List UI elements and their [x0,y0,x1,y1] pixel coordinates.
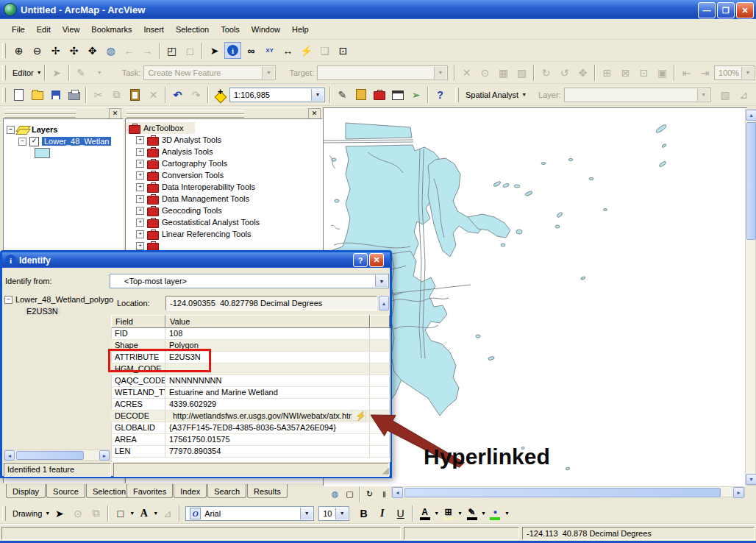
toolbox-item-cartography[interactable]: + Cartography Tools [126,157,322,169]
rotate-element-icon[interactable]: ⊙ [69,505,86,522]
hillshade-icon[interactable]: ⊿ [735,86,752,103]
toolbar-grip[interactable] [2,43,6,58]
menu-insert[interactable]: Insert [138,23,170,36]
toolbox-item-3d-analyst[interactable]: + 3D Analyst Tools [126,134,322,146]
select-elements-icon[interactable]: ➤ [206,42,223,59]
close-button[interactable]: ✕ [736,2,754,18]
toolbox-item-conversion[interactable]: + Conversion Tools [126,169,322,181]
location-units-button[interactable]: ▴ [379,296,389,310]
arccatalog-icon[interactable] [352,86,369,103]
hyperlink-url[interactable]: http://wetlandsfws.er.usgs.gov/NWI/webat… [169,411,352,421]
table-row-len[interactable]: LEN77970.890354 [111,446,390,458]
table-row-globalid[interactable]: GLOBALID{A37FF145-7ED8-4385-8036-5A357A2… [111,422,390,434]
histogram-icon[interactable]: ▧ [717,86,734,103]
toc-layer-symbol[interactable] [4,147,123,159]
zoom-in-icon[interactable]: ⊕ [10,42,27,59]
editor-menu-button[interactable]: Editor [10,68,37,77]
scroll-right-icon[interactable]: ▸ [733,487,744,498]
toolbox-item-linear-referencing[interactable]: + Linear Referencing Tools [126,228,322,240]
toolbar-grip[interactable] [2,506,6,521]
menu-help[interactable]: Help [286,23,315,36]
zoom-extent-icon[interactable]: ⊠ [617,64,634,81]
command-window-icon[interactable] [389,86,406,103]
expand-icon[interactable]: + [136,219,144,227]
chevron-down-icon[interactable]: ▼ [521,92,527,97]
identify-tree-root[interactable]: − Lower_48_Wetland_polygo [4,294,113,305]
attributes-icon[interactable]: ▦ [495,64,512,81]
font-color-button[interactable]: A [416,505,433,522]
zoom-selected-icon[interactable]: ⊡ [635,64,652,81]
chevron-down-icon[interactable]: ▼ [311,89,324,101]
expand-icon[interactable]: + [136,160,144,168]
chevron-down-icon[interactable]: ▼ [335,508,348,519]
expand-icon[interactable]: + [136,171,144,180]
zoom-out-icon[interactable]: ⊖ [29,42,46,59]
map-horizontal-scrollbar[interactable]: ◂ ▸ [391,486,745,497]
column-header-extra[interactable] [370,315,390,328]
layer-combo[interactable]: ▼ [564,88,711,102]
menu-bookmarks[interactable]: Bookmarks [85,23,138,36]
chevron-down-icon[interactable]: ▼ [434,511,439,516]
chevron-down-icon[interactable]: ▼ [504,511,510,516]
new-map-icon[interactable] [10,86,27,103]
chevron-down-icon[interactable]: ▼ [129,511,135,516]
table-row-acres[interactable]: ACRES4339.602929 [111,399,390,411]
zoom-percent-combo[interactable]: 100% ▼ [714,65,755,80]
redo-icon[interactable]: ↷ [188,86,204,103]
chevron-down-icon[interactable]: ▼ [697,89,710,101]
expand-icon[interactable]: + [136,148,144,156]
tab-display[interactable]: Display [6,484,46,498]
collapse-icon[interactable]: − [18,138,26,146]
arctoolbox-panel-header[interactable]: ✕ [125,107,321,119]
toc-layer-item[interactable]: − ✓ Lower_48_Wetlan [4,135,123,147]
cut-icon[interactable]: ✂ [90,86,107,103]
font-size-combo[interactable]: 10 ▼ [318,506,349,521]
find-icon[interactable]: ∞ [243,42,260,59]
previous-page-icon[interactable]: ⇤ [678,64,695,81]
forward-extent-icon[interactable]: → [139,42,156,59]
arctoolbox-toggle-icon[interactable] [371,86,388,103]
split-tool-icon[interactable]: ✕ [458,64,475,81]
sketch-tool-icon[interactable]: ✎ [73,64,90,81]
menu-window[interactable]: Window [246,23,286,36]
chevron-down-icon[interactable]: ▼ [300,508,313,519]
expand-icon[interactable]: + [136,230,144,238]
tree-scroll-thumb[interactable] [16,451,84,460]
toc-root-layers[interactable]: − Layers [4,124,123,135]
tab-index[interactable]: Index [174,484,207,498]
identify-tree-feature[interactable]: E2US3N [24,305,60,317]
column-header-value[interactable]: Value [165,315,370,328]
tab-selection[interactable]: Selection [86,484,132,498]
whats-this-icon[interactable]: ? [432,86,449,103]
fixed-zoom-out-icon[interactable]: ✣ [65,42,82,59]
toolbar-grip[interactable] [2,88,6,102]
chevron-down-icon[interactable]: ▼ [481,511,486,516]
scroll-left-icon[interactable]: ◂ [392,487,403,498]
copy-icon[interactable]: ⧉ [108,86,125,103]
chevron-down-icon[interactable]: ▼ [262,67,274,79]
help-button[interactable]: ? [353,253,368,267]
line-color-button[interactable]: ✎ [463,505,480,522]
full-extent-icon[interactable]: ◍ [102,42,119,59]
underline-button[interactable]: U [392,505,409,522]
toolbox-item-geocoding[interactable]: + Geocoding Tools [126,205,322,216]
toc-panel-header[interactable]: ✕ [3,107,122,119]
table-row-qaqc-code[interactable]: QAQC_CODENNNNNNNNN [111,375,390,387]
print-icon[interactable] [65,86,82,103]
table-row-wetland-ty[interactable]: WETLAND_TYEstuarine and Marine Wetland [111,387,390,399]
map-scale-combo[interactable]: 1:106,985 ▼ [229,88,325,102]
restore-button[interactable]: ❐ [717,2,735,18]
minimize-button[interactable]: — [698,2,716,18]
scroll-down-icon[interactable]: ▾ [746,474,756,485]
go-to-xy-icon[interactable]: XY [261,42,278,59]
identify-from-combo[interactable]: <Top-most layer> ▼ [110,274,389,288]
expand-icon[interactable]: + [136,242,144,250]
horizontal-scroll-thumb[interactable] [404,488,721,497]
rotate-tool-icon[interactable]: ⊙ [477,64,493,81]
menu-selection[interactable]: Selection [170,23,215,36]
toolbar-grip[interactable] [2,65,6,80]
arctoolbox-root[interactable]: ArcToolbox [126,122,195,134]
table-row-decode[interactable]: DECODE http://wetlandsfws.er.usgs.gov/NW… [111,411,390,422]
delete-icon[interactable]: ✕ [145,86,162,103]
chevron-down-icon[interactable]: ▼ [375,275,388,287]
